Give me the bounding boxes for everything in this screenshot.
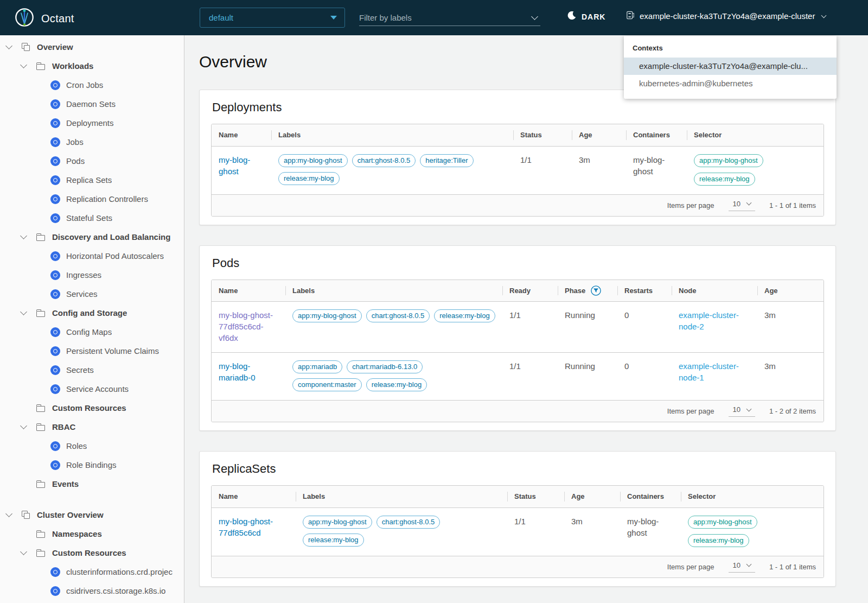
sidebar-item-secrets[interactable]: Secrets <box>0 360 184 379</box>
sidebar-item-pods[interactable]: Pods <box>0 151 184 170</box>
sidebar-item-services[interactable]: Services <box>0 284 184 303</box>
job-icon <box>50 137 60 147</box>
deployments-table: Name Labels Status Age Containers Select… <box>211 124 824 217</box>
sidebar-item-replica-sets[interactable]: Replica Sets <box>0 170 184 189</box>
folder-icon <box>36 64 45 70</box>
applications-icon <box>22 511 30 519</box>
column-header-status: Status <box>507 486 564 507</box>
dark-theme-toggle[interactable]: DARK <box>567 11 605 22</box>
column-header-labels: Labels <box>296 486 507 507</box>
label-pill: release:my-blog <box>366 378 427 391</box>
brand: Octant <box>14 7 74 30</box>
context-menu-item-kubernetes-admin[interactable]: kubernetes-admin@kubernetes <box>624 75 837 92</box>
service-account-icon <box>50 384 60 394</box>
folder-icon <box>36 235 45 241</box>
column-header-name: Name <box>212 280 285 302</box>
filter-funnel-icon[interactable] <box>591 285 601 296</box>
column-header-age: Age <box>757 280 824 302</box>
age-cell: 3m <box>757 302 824 353</box>
chevron-down-icon[interactable] <box>5 42 12 49</box>
sidebar-item-stateful-sets[interactable]: Stateful Sets <box>0 208 184 227</box>
sidebar-item-namespaces[interactable]: Namespaces <box>0 524 184 543</box>
chevron-down-icon[interactable] <box>531 13 538 20</box>
sidebar-item-clusterinformations-crd[interactable]: clusterinformations.crd.projec <box>0 562 184 581</box>
sidebar-item-service-accounts[interactable]: Service Accounts <box>0 379 184 398</box>
octant-logo-icon <box>14 7 35 30</box>
sidebar-item-replication-controllers[interactable]: Replication Controllers <box>0 189 184 208</box>
sidebar-item-rbac[interactable]: RBAC <box>0 417 184 436</box>
label-pill: chart:mariadb-6.13.0 <box>347 360 423 373</box>
namespace-value: default <box>209 13 233 22</box>
sidebar-item-workloads[interactable]: Workloads <box>0 56 184 75</box>
column-header-age: Age <box>564 486 620 507</box>
sidebar-item-custom-resources[interactable]: Custom Resources <box>0 398 184 417</box>
sidebar-item-jobs[interactable]: Jobs <box>0 132 184 151</box>
cluster-icon <box>626 11 635 21</box>
pvc-icon <box>50 346 60 356</box>
restarts-cell: 0 <box>617 353 672 401</box>
label-filter-input[interactable] <box>359 13 511 22</box>
items-per-page-label: Items per page <box>667 563 714 571</box>
sidebar-item-cluster-overview[interactable]: Cluster Overview <box>0 505 184 524</box>
folder-icon <box>36 406 45 412</box>
node-link[interactable]: example-cluster-node-1 <box>679 361 739 382</box>
sidebar-item-ingresses[interactable]: Ingresses <box>0 265 184 284</box>
chevron-down-icon[interactable] <box>5 510 12 517</box>
sidebar-item-roles[interactable]: Roles <box>0 436 184 455</box>
sidebar-item-config-and-storage[interactable]: Config and Storage <box>0 303 184 322</box>
folder-icon <box>36 532 45 538</box>
pods-table: Name Labels Ready Phase <box>211 280 824 423</box>
role-binding-icon <box>50 460 60 470</box>
sidebar-item-overview[interactable]: Overview <box>0 37 184 56</box>
sidebar-item-config-maps[interactable]: Config Maps <box>0 322 184 341</box>
context-selector[interactable]: example-cluster-ka3TuTzYo4a@example-clus… <box>626 11 826 21</box>
context-label: example-cluster-ka3TuTzYo4a@example-clus… <box>640 11 815 21</box>
label-filter <box>359 9 540 26</box>
role-icon <box>50 441 60 451</box>
selector-pill: release:my-blog <box>688 534 749 547</box>
sidebar-item-horizontal-pod-autoscalers[interactable]: Horizontal Pod Autoscalers <box>0 246 184 265</box>
selector-pill: release:my-blog <box>694 173 755 186</box>
column-header-selector: Selector <box>687 124 824 146</box>
sidebar-item-events[interactable]: Events <box>0 474 184 493</box>
label-pill: release:my-blog <box>278 172 340 185</box>
chevron-down-icon <box>746 406 752 411</box>
sidebar-item-discovery-and-load-balancing[interactable]: Discovery and Load Balancing <box>0 227 184 246</box>
app-header: Octant default DARK example-cluster-ka3T… <box>0 0 868 35</box>
node-link[interactable]: example-cluster-node-2 <box>679 310 739 331</box>
items-per-page-select[interactable]: 10 <box>729 561 755 573</box>
pod-name-link[interactable]: my-blog-mariadb-0 <box>219 361 256 382</box>
table-row: my-blog-ghost-77df85c6cd-vf6dx app:my-bl… <box>212 302 824 353</box>
sidebar-item-persistent-volume-claims[interactable]: Persistent Volume Claims <box>0 341 184 360</box>
chevron-down-icon[interactable] <box>20 548 27 555</box>
chevron-down-icon[interactable] <box>20 61 27 68</box>
dark-toggle-label: DARK <box>582 12 605 21</box>
items-per-page-select[interactable]: 10 <box>729 200 755 211</box>
column-header-containers: Containers <box>620 486 681 507</box>
table-row: my-blog-mariadb-0 app:mariadb chart:mari… <box>212 353 824 401</box>
column-header-phase: Phase <box>558 280 617 302</box>
namespace-select[interactable]: default <box>200 8 345 28</box>
context-menu-item-current[interactable]: example-cluster-ka3TuTzYo4a@example-clu.… <box>624 58 837 75</box>
context-menu-title: Contexts <box>624 36 837 58</box>
label-pill: release:my-blog <box>434 309 495 322</box>
sidebar-item-cron-jobs[interactable]: Cron Jobs <box>0 75 184 94</box>
replicaset-name-link[interactable]: my-blog-ghost-77df85c6cd <box>219 517 273 537</box>
sidebar-item-role-bindings[interactable]: Role Bindings <box>0 455 184 474</box>
label-pill: heritage:Tiller <box>420 154 473 167</box>
items-per-page-select[interactable]: 10 <box>729 405 755 417</box>
selector-pill: app:my-blog-ghost <box>688 516 757 529</box>
pod-name-link[interactable]: my-blog-ghost-77df85c6cd-vf6dx <box>219 310 273 342</box>
sidebar-item-cluster-custom-resources[interactable]: Custom Resources <box>0 543 184 562</box>
deployment-name-link[interactable]: my-blog-ghost <box>219 155 250 176</box>
chevron-down-icon[interactable] <box>20 232 27 239</box>
ingress-icon <box>50 270 60 280</box>
sidebar-item-deployments[interactable]: Deployments <box>0 113 184 132</box>
chevron-down-icon[interactable] <box>20 422 27 429</box>
column-header-age: Age <box>572 124 626 146</box>
chevron-down-icon[interactable] <box>20 308 27 315</box>
sidebar-item-daemon-sets[interactable]: Daemon Sets <box>0 94 184 113</box>
column-header-node: Node <box>672 280 757 302</box>
table-row: my-blog-ghost-77df85c6cd app:my-blog-gho… <box>212 507 824 556</box>
sidebar-item-csidrivers-crd[interactable]: csidrivers.csi.storage.k8s.io <box>0 581 184 600</box>
